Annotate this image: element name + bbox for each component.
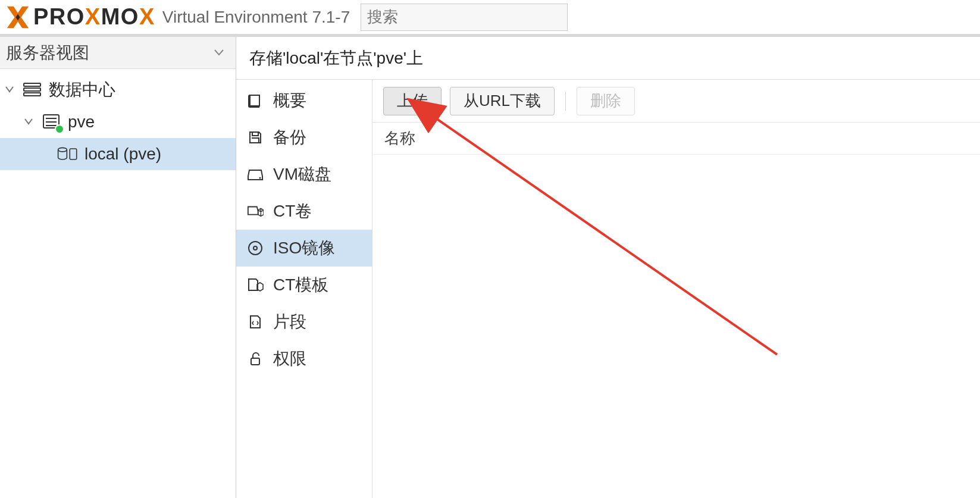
app-header: PROXMOX Virtual Environment 7.1-7 <box>0 0 980 37</box>
expander-open-icon[interactable] <box>24 115 37 129</box>
chevron-down-icon <box>213 43 225 62</box>
svg-point-9 <box>58 148 67 152</box>
tree-label: local (pve) <box>84 145 161 164</box>
nav-label: 备份 <box>273 126 306 149</box>
unlock-icon <box>247 350 264 367</box>
proxmox-x-icon <box>5 5 31 29</box>
nav-label: 权限 <box>273 347 306 370</box>
brand-text: PROXMOX <box>33 4 155 30</box>
nav-label: CT卷 <box>273 200 312 223</box>
nav-label: ISO镜像 <box>273 237 335 259</box>
storage-nav: 概要 备份 VM磁盘 <box>236 80 372 498</box>
tree-node-pve[interactable]: pve <box>0 106 236 138</box>
nav-backup[interactable]: 备份 <box>236 119 372 156</box>
version-label: Virtual Environment 7.1-7 <box>162 8 350 27</box>
status-online-icon <box>55 124 64 134</box>
svg-rect-2 <box>24 83 40 86</box>
nav-label: VM磁盘 <box>273 163 331 186</box>
nav-iso[interactable]: ISO镜像 <box>236 230 372 267</box>
nav-summary[interactable]: 概要 <box>236 82 372 119</box>
floppy-icon <box>247 129 264 146</box>
nav-permissions[interactable]: 权限 <box>236 340 372 377</box>
search-input[interactable] <box>361 4 568 31</box>
download-url-button[interactable]: 从URL下载 <box>450 87 555 115</box>
hdd-cube-icon <box>247 203 264 220</box>
tree-datacenter[interactable]: 数据中心 <box>0 74 236 106</box>
svg-rect-4 <box>24 93 40 96</box>
nav-cttpl[interactable]: CT模板 <box>236 267 372 303</box>
book-icon <box>247 92 264 109</box>
svg-point-13 <box>253 246 257 250</box>
grid-header[interactable]: 名称 <box>372 123 980 155</box>
svg-rect-14 <box>251 358 259 365</box>
svg-point-11 <box>259 177 261 179</box>
file-cube-icon <box>247 277 264 293</box>
content-title: 存储'local'在节点'pve'上 <box>236 37 980 80</box>
nav-label: 概要 <box>273 89 306 112</box>
storage-icon <box>57 143 79 165</box>
file-code-icon <box>247 314 264 330</box>
tree-label: pve <box>68 112 95 131</box>
svg-rect-10 <box>70 149 76 159</box>
main-content: 存储'local'在节点'pve'上 概要 备份 <box>236 37 980 498</box>
disc-icon <box>247 240 264 256</box>
view-selector[interactable]: 服务器视图 <box>0 37 236 69</box>
expander-open-icon[interactable] <box>5 83 18 97</box>
server-tree-sidebar: 服务器视图 数据中心 <box>0 37 236 498</box>
nav-label: 片段 <box>273 311 306 333</box>
upload-button[interactable]: 上传 <box>383 87 442 115</box>
nav-ctvol[interactable]: CT卷 <box>236 193 372 230</box>
brand-logo: PROXMOX <box>5 4 155 30</box>
server-list-icon <box>21 79 43 101</box>
server-node-icon <box>40 111 62 133</box>
server-tree: 数据中心 pve <box>0 69 236 175</box>
delete-button[interactable]: 删除 <box>577 87 635 115</box>
view-selector-label: 服务器视图 <box>6 42 89 64</box>
column-name: 名称 <box>384 128 415 149</box>
nav-vmdisk[interactable]: VM磁盘 <box>236 156 372 193</box>
tree-storage-local[interactable]: local (pve) <box>0 138 236 170</box>
iso-panel: 上传 从URL下载 删除 名称 <box>372 80 980 498</box>
svg-point-12 <box>249 242 262 255</box>
nav-label: CT模板 <box>273 274 328 296</box>
tree-label: 数据中心 <box>49 79 115 101</box>
iso-toolbar: 上传 从URL下载 删除 <box>372 80 980 123</box>
nav-snippets[interactable]: 片段 <box>236 303 372 340</box>
hdd-icon <box>247 166 264 183</box>
svg-rect-3 <box>24 88 40 91</box>
toolbar-separator <box>565 92 566 111</box>
